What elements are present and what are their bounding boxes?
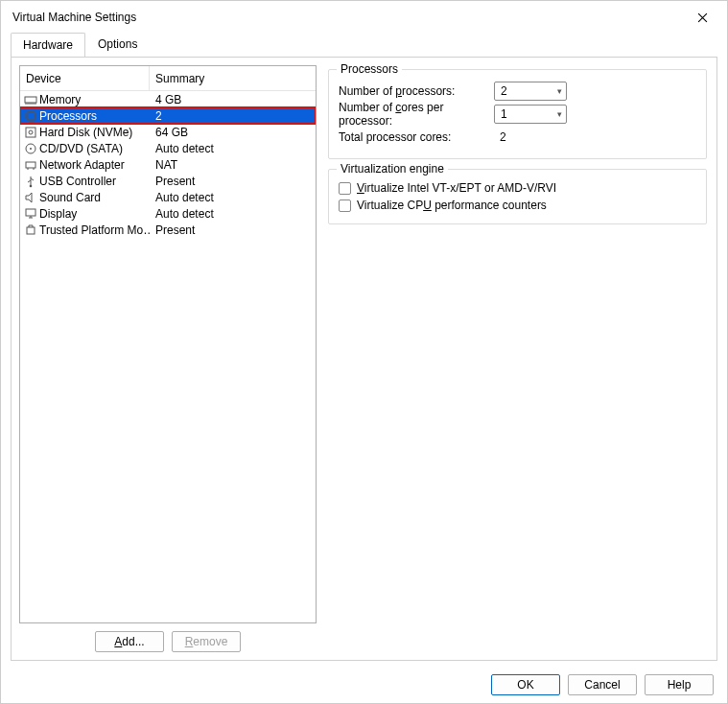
vm-settings-window: Virtual Machine Settings Hardware Option… (0, 0, 728, 704)
chevron-down-icon: ▾ (557, 86, 562, 96)
svg-rect-6 (26, 162, 35, 168)
virt-perf-row[interactable]: Virtualize CPU performance counters (339, 197, 696, 214)
num-cores-label: Number of cores per processor: (339, 101, 494, 128)
tpm-icon (23, 223, 37, 237)
hardware-panel: Device Summary Memory 4 GB Processors 2 … (11, 57, 717, 661)
device-summary: 2 (150, 109, 316, 123)
display-icon (23, 206, 37, 221)
device-row-harddisk[interactable]: Hard Disk (NVMe) 64 GB (20, 124, 316, 140)
num-cores-value: 1 (501, 107, 507, 121)
device-summary: Present (150, 175, 316, 188)
device-row-display[interactable]: Display Auto detect (20, 205, 316, 222)
usb-icon (23, 174, 37, 188)
device-summary: NAT (150, 158, 316, 172)
virt-perf-checkbox[interactable] (339, 199, 351, 212)
device-name: Memory (39, 93, 81, 106)
svg-point-5 (30, 148, 32, 150)
svg-rect-1 (27, 112, 35, 120)
add-button[interactable]: Add... (95, 631, 164, 652)
cpu-icon (23, 108, 37, 123)
device-actions: Add... Remove (19, 623, 317, 652)
device-summary: Auto detect (150, 207, 316, 221)
tab-options[interactable]: Options (85, 32, 150, 56)
device-row-cddvd[interactable]: CD/DVD (SATA) Auto detect (20, 140, 316, 156)
svg-point-3 (29, 130, 33, 134)
virt-vtx-checkbox[interactable] (339, 182, 351, 195)
device-summary: 64 GB (150, 126, 316, 139)
virt-perf-label: Virtualize CPU performance counters (357, 199, 547, 212)
device-name: Processors (39, 109, 97, 123)
sound-icon (23, 190, 37, 204)
device-row-usb[interactable]: USB Controller Present (20, 173, 316, 189)
device-name: Network Adapter (39, 158, 125, 172)
device-name: Trusted Platform Mo… (39, 223, 150, 237)
num-processors-row: Number of processors: 2 ▾ (339, 80, 696, 103)
svg-rect-8 (26, 209, 35, 216)
device-summary: Auto detect (150, 142, 316, 155)
tab-hardware[interactable]: Hardware (11, 33, 85, 57)
num-processors-value: 2 (501, 84, 507, 98)
total-cores-row: Total processor cores: 2 (339, 126, 696, 149)
device-summary: Present (150, 223, 316, 237)
device-row-memory[interactable]: Memory 4 GB (20, 91, 316, 107)
virt-vtx-label: Virtualize Intel VT-x/EPT or AMD-V/RVI (357, 181, 556, 195)
list-body: Memory 4 GB Processors 2 Hard Disk (NVMe… (20, 91, 316, 238)
processors-group-title: Processors (337, 62, 402, 76)
device-row-processors[interactable]: Processors 2 (20, 107, 316, 124)
device-name: Sound Card (39, 191, 101, 204)
device-name: Display (39, 207, 77, 221)
list-header: Device Summary (20, 66, 316, 91)
tabs: Hardware Options (1, 32, 727, 57)
help-button[interactable]: Help (645, 674, 714, 695)
disk-icon (23, 125, 37, 139)
close-icon (697, 12, 708, 23)
device-row-network[interactable]: Network Adapter NAT (20, 156, 316, 173)
total-cores-value: 2 (494, 130, 506, 144)
device-row-tpm[interactable]: Trusted Platform Mo… Present (20, 222, 316, 238)
ok-button[interactable]: OK (491, 674, 560, 695)
total-cores-label: Total processor cores: (339, 130, 494, 144)
column-summary-header[interactable]: Summary (150, 66, 316, 90)
device-row-sound[interactable]: Sound Card Auto detect (20, 189, 316, 205)
device-name: CD/DVD (SATA) (39, 142, 123, 155)
num-processors-select[interactable]: 2 ▾ (494, 82, 567, 101)
window-title: Virtual Machine Settings (12, 11, 136, 24)
device-list[interactable]: Device Summary Memory 4 GB Processors 2 … (19, 65, 317, 623)
processors-group: Processors Number of processors: 2 ▾ Num… (328, 69, 707, 159)
device-summary: Auto detect (150, 191, 316, 204)
virt-vtx-row[interactable]: Virtualize Intel VT-x/EPT or AMD-V/RVI (339, 179, 696, 197)
close-button[interactable] (687, 6, 717, 29)
num-cores-row: Number of cores per processor: 1 ▾ (339, 103, 696, 126)
svg-rect-2 (26, 128, 35, 137)
remove-button: Remove (172, 631, 241, 652)
svg-point-7 (29, 184, 32, 187)
svg-rect-9 (27, 227, 35, 234)
virtualization-group-title: Virtualization engine (337, 162, 448, 176)
num-cores-select[interactable]: 1 ▾ (494, 105, 567, 124)
column-device-header[interactable]: Device (20, 66, 150, 90)
virtualization-group: Virtualization engine Virtualize Intel V… (328, 169, 707, 224)
svg-rect-0 (25, 97, 36, 103)
device-name: Hard Disk (NVMe) (39, 126, 132, 139)
titlebar: Virtual Machine Settings (1, 1, 727, 32)
memory-icon (23, 92, 37, 106)
device-summary: 4 GB (150, 93, 316, 106)
device-column: Device Summary Memory 4 GB Processors 2 … (19, 65, 317, 652)
cancel-button[interactable]: Cancel (568, 674, 637, 695)
chevron-down-icon: ▾ (557, 109, 562, 119)
network-icon (23, 157, 37, 172)
dialog-footer: OK Cancel Help (1, 667, 727, 703)
device-name: USB Controller (39, 175, 116, 188)
detail-column: Processors Number of processors: 2 ▾ Num… (328, 65, 709, 652)
num-processors-label: Number of processors: (339, 84, 494, 98)
cd-icon (23, 141, 37, 155)
